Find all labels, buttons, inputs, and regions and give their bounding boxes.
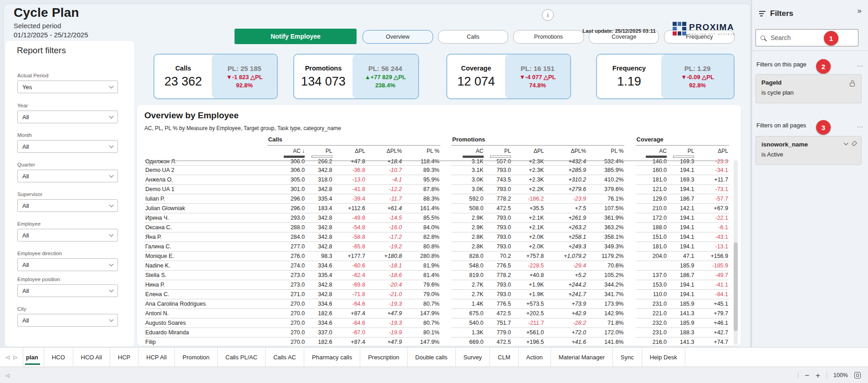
column-header-calls-pl[interactable]: ΔPL% — [366, 145, 403, 158]
filter-dropdown-year[interactable]: All — [17, 111, 118, 123]
table-row[interactable]: Nadine K.274.0334.6-60.6-18.181.9%548.07… — [144, 261, 729, 271]
table-row[interactable]: Augusto Soares270.0334.6-64.6-19.380.7%5… — [144, 318, 729, 328]
column-header-promotions-ac[interactable]: AC — [451, 145, 484, 158]
page-tab-pharmacy-calls[interactable]: Pharmacy calls — [304, 348, 360, 367]
cell: 107.5% — [587, 204, 625, 213]
page-tab-action[interactable]: Action — [519, 348, 551, 367]
table-row[interactable]: Галина С.277.0342.8-65.8-19.280.8%2.8K79… — [144, 242, 729, 252]
cell: 793.0 — [485, 290, 512, 299]
table-row[interactable]: Елена С.271.0342.8-71.8-21.079.0%2.7K793… — [144, 290, 729, 299]
cell: 280.8% — [403, 252, 440, 261]
page-tab-hco-all[interactable]: HCO All — [73, 348, 110, 367]
section-more-icon[interactable]: ... — [857, 122, 863, 129]
page-tab-double-calls[interactable]: Double calls — [408, 348, 456, 367]
filter-dropdown-employee[interactable]: All — [17, 229, 118, 242]
table-row[interactable]: Antoni N.270.0182.6+87.4+47.9147.9%675.0… — [144, 309, 729, 318]
page-tab-hcp[interactable]: HCP — [110, 348, 138, 367]
cell: -54.8 — [333, 223, 366, 232]
filter-card-pageid[interactable]: PageId is cycle plan — [756, 74, 862, 103]
column-header-calls-pl[interactable]: PL % — [403, 145, 440, 158]
filter-search-box[interactable] — [756, 29, 858, 46]
filter-dropdown-supervisor[interactable]: All — [17, 199, 118, 212]
column-header-coverage-pl[interactable]: PL — [668, 145, 695, 158]
filter-dropdown-month[interactable]: All — [17, 140, 118, 153]
cell: +41.6 — [545, 338, 587, 346]
notify-employee-button[interactable]: Notify Employee — [235, 29, 357, 44]
table-row[interactable]: Нина Р.273.0342.8-69.8-20.479.6%2.7K793.… — [144, 280, 729, 290]
column-header-calls-ac[interactable]: AC ↓ — [267, 145, 306, 158]
column-header-coverage-ac[interactable]: AC — [636, 145, 668, 158]
page-tab-survey[interactable]: Survey — [456, 348, 490, 367]
cell: 270.0 — [267, 309, 306, 318]
zoom-out-button[interactable]: − — [805, 372, 809, 379]
page-tab-hcp-all[interactable]: HCP All — [138, 348, 175, 367]
column-header-calls-pl[interactable]: PL — [306, 145, 333, 158]
filter-label: Employee direction — [17, 251, 118, 256]
table-row[interactable]: Iulian P.296.0335.4-39.4-11.788.3%592.07… — [144, 194, 729, 204]
cell: 274.0 — [267, 261, 306, 271]
page-tab-prescription[interactable]: Prescription — [360, 348, 408, 367]
page-tab-help-desk[interactable]: Help Desk — [642, 348, 685, 367]
column-header-promotions-pl[interactable]: ΔPL — [512, 145, 545, 158]
table-row[interactable]: Ana Carolina Rodrigues270.0334.6-64.6-19… — [144, 299, 729, 309]
table-row[interactable]: Анжела О.305.0318.0-13.0-4.195.9%3.0K743… — [144, 175, 729, 185]
table-row[interactable]: Оксана С.288.0342.8-54.8-16.084.0%2.9K79… — [144, 223, 729, 232]
cell: 379.6% — [587, 185, 625, 194]
scrollbar-thumb[interactable] — [734, 242, 738, 331]
table-row[interactable]: Filip270.0182.6+87.4+47.9147.9%669.0472.… — [144, 338, 729, 346]
section-more-icon[interactable]: ... — [857, 61, 863, 68]
page-tab-calls-pl-ac[interactable]: Calls PL/AC — [218, 348, 266, 367]
cell: 231.0 — [636, 299, 668, 309]
filter-dropdown-quarter[interactable]: All — [17, 170, 118, 182]
employee-name: Nadine K. — [144, 261, 267, 271]
collapse-panel-icon[interactable]: » — [858, 6, 862, 15]
ac-swatch — [463, 156, 484, 158]
page-tab-plan[interactable]: plan — [23, 348, 44, 367]
table-row[interactable]: Одилжон Л.306.0266.2+47.8+18.4118.4%3.1K… — [144, 158, 729, 166]
page-tab-material-manager[interactable]: Material Manager — [551, 348, 613, 367]
info-icon[interactable]: i — [542, 9, 554, 21]
page-tab-clm[interactable]: CLM — [490, 348, 518, 367]
cell: 277.0 — [267, 242, 306, 252]
table-row[interactable]: Julian Glowniak296.0183.4+112.6+61.4161.… — [144, 204, 729, 213]
table-row[interactable]: Ирина Ч.293.0342.8-49.8-14.585.5%2.9K793… — [144, 213, 729, 223]
column-header-promotions-pl[interactable]: PL — [485, 145, 512, 158]
filter-card-isnowork[interactable]: isnowork_name is Active — [756, 136, 862, 165]
view-tab-calls[interactable]: Calls — [438, 30, 509, 44]
tab-scroll-left-icon[interactable]: ◁ — [5, 354, 9, 360]
page-tab-calls-ac[interactable]: Calls AC — [266, 348, 304, 367]
filter-dropdown-employee-direction[interactable]: All — [17, 258, 118, 271]
cell: -19.3 — [366, 318, 403, 328]
page-tab-sync[interactable]: Sync — [613, 348, 642, 367]
table-row[interactable]: Demo UA 1301.0342.8-41.8-12.287.8%3.0K79… — [144, 185, 729, 194]
filter-field: PageId — [761, 79, 856, 86]
zoom-in-button[interactable]: + — [816, 372, 820, 379]
cell: 344.2% — [587, 280, 625, 290]
filter-dropdown-actual-period[interactable]: Yes — [17, 81, 118, 93]
view-tab-overview[interactable]: Overview — [363, 30, 433, 44]
search-input[interactable] — [770, 34, 824, 42]
column-header-calls-pl[interactable]: ΔPL — [333, 145, 366, 158]
cell: 472.5 — [485, 309, 512, 318]
column-header-promotions-pl[interactable]: ΔPL% — [545, 145, 587, 158]
filter-dropdown-city[interactable]: All — [17, 314, 118, 327]
table-row[interactable]: Monique E.276.098.3+177.7+180.8280.8%828… — [144, 252, 729, 261]
cell: +61.4 — [366, 204, 403, 213]
column-header-coverage-pl[interactable]: ΔPL — [695, 145, 729, 158]
filter-dropdown-employee-position[interactable]: All — [17, 284, 118, 297]
table-row[interactable]: Demo UA 2306.0342.8-36.8-10.789.3%3.1K79… — [144, 166, 729, 175]
table-row[interactable]: Яна Р.284.0342.8-58.8-17.282.8%2.8K793.0… — [144, 232, 729, 242]
table-row[interactable]: Eduardo Miranda270.0337.0-67.0-19.980.1%… — [144, 328, 729, 338]
tab-scroll-right-icon[interactable]: ▷ — [13, 354, 17, 360]
page-tab-promotion[interactable]: Promotion — [175, 348, 218, 367]
table-row[interactable]: Stella S.273.0335.4-62.4-18.681.4%819.07… — [144, 271, 729, 280]
column-header-promotions-pl[interactable]: PL % — [587, 145, 625, 158]
hscroll-left-icon[interactable]: ◁ — [5, 373, 9, 378]
filter-label: Employee position — [17, 277, 118, 282]
vertical-scrollbar[interactable] — [734, 160, 738, 345]
page-tab-hco[interactable]: HCO — [44, 348, 73, 367]
fit-to-page-icon[interactable] — [854, 372, 861, 378]
cell: 301.0 — [267, 185, 306, 194]
search-icon — [761, 35, 765, 40]
cell: 204.0 — [636, 252, 668, 261]
